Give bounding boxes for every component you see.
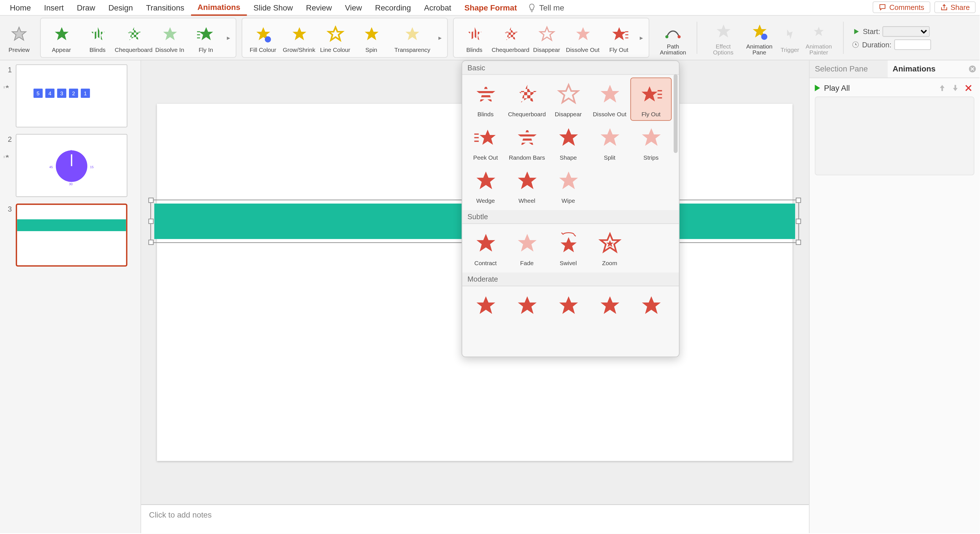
animation-pane-button[interactable]: Animation Pane [741,19,777,57]
entrance-appear[interactable]: Appear [43,21,80,54]
gallery-item-disappear[interactable]: Disappear [547,78,589,121]
star-icon [554,168,582,195]
ribbon: Preview Appear Blinds Chequerboard Disso… [0,16,980,60]
trigger-button[interactable]: Trigger [777,21,802,54]
share-label: Share [950,3,970,11]
tab-recording[interactable]: Recording [368,0,417,15]
exit-dissolve[interactable]: Dissolve Out [565,21,601,54]
notes-placeholder[interactable]: Click to add notes [141,504,809,533]
gallery-section-moderate: Moderate [462,273,679,286]
gallery-item-sink-down[interactable]: Sink Down [630,289,672,323]
gallery-item-random-bars[interactable]: Random Bars [506,121,547,164]
gallery-item-zoom[interactable]: Zoom [589,227,630,270]
tab-home[interactable]: Home [3,0,37,15]
gallery-item-fade[interactable]: Fade [506,227,547,270]
gallery-item-blinds[interactable]: Blinds [465,78,506,121]
entrance-flyin[interactable]: Fly In [188,21,224,54]
tab-view[interactable]: View [338,0,368,15]
star-icon [513,293,541,321]
gallery-item-shape[interactable]: Shape [547,121,589,164]
share-icon [940,3,948,11]
star-icon [554,125,582,152]
gallery-item-strips[interactable]: Strips [630,121,672,164]
thumb-slide-2[interactable]: 0 15 30 45 [16,134,127,197]
tab-design[interactable]: Design [102,0,140,15]
star-icon [472,293,500,321]
duration-input[interactable] [894,39,931,49]
thumb-num-2: 2 [3,134,12,143]
start-select[interactable] [883,26,930,36]
emphasis-linecolour[interactable]: Line Colour [317,21,353,54]
gallery-item-peek-out[interactable]: Peek Out [465,121,506,164]
share-button[interactable]: Share [934,2,976,13]
gallery-item-split[interactable]: Split [589,121,630,164]
thumb-slide-3[interactable] [16,203,127,267]
tab-insert[interactable]: Insert [37,0,70,15]
gallery-item-wheel[interactable]: Wheel [506,164,547,208]
preview-label: Preview [8,46,30,53]
emphasis-fillcolour[interactable]: Fill Colour [245,21,281,54]
exit-more[interactable]: ▸ [637,34,646,41]
gallery-item-fly-out[interactable]: Fly Out [630,78,672,121]
gallery-item-contract[interactable]: Contract [465,227,506,270]
effect-options-button[interactable]: Effect Options [705,19,741,57]
emphasis-transparency[interactable]: Transparency [389,21,435,54]
exit-blinds[interactable]: Blinds [456,21,492,54]
gallery-item-chequerboard[interactable]: Chequerboard [506,78,547,121]
animation-painter-button[interactable]: Animation Painter [802,19,835,57]
gallery-item-swivel[interactable]: Swivel [547,227,589,270]
gallery-scrollbar[interactable] [674,74,678,153]
tab-animations[interactable]: Animations [191,0,247,15]
path-animation-button[interactable]: Path Animation [657,19,689,57]
star-icon [596,81,623,109]
lightbulb-icon [527,3,536,12]
star-icon [472,81,500,109]
tab-transitions[interactable]: Transitions [140,0,191,15]
comments-button[interactable]: Comments [873,2,930,13]
tab-review[interactable]: Review [299,0,338,15]
tab-acrobat[interactable]: Acrobat [417,0,458,15]
tab-draw[interactable]: Draw [70,0,102,15]
gallery-item-centre-revol-[interactable]: Centre Revol... [465,289,506,323]
entrance-chequer[interactable]: Chequerboard [116,21,152,54]
move-up-icon[interactable] [937,83,947,92]
exit-flyout[interactable]: Fly Out [601,21,637,54]
selection-pane-tab[interactable]: Selection Pane [810,60,887,78]
entrance-more[interactable]: ▸ [224,34,233,41]
clock-icon [851,40,859,48]
emphasis-growshrink[interactable]: Grow/Shrink [281,21,317,54]
path-label: Path Animation [657,44,689,56]
gallery-item-wipe[interactable]: Wipe [547,164,589,208]
star-icon [513,230,541,258]
star-icon [472,168,500,195]
emphasis-spin[interactable]: Spin [353,21,389,54]
comments-label: Comments [889,3,924,11]
star-icon [554,293,582,321]
move-down-icon[interactable] [951,83,960,92]
delete-icon[interactable] [964,83,973,92]
animation-list[interactable] [815,97,974,175]
emphasis-more[interactable]: ▸ [435,34,444,41]
slide-canvas-area: Basic BlindsChequerboardDisappearDissolv… [141,60,809,533]
gallery-item-dissolve-out[interactable]: Dissolve Out [589,78,630,121]
entrance-dissolve[interactable]: Dissolve In [152,21,188,54]
tab-shape-format[interactable]: Shape Format [458,0,523,15]
entrance-blinds[interactable]: Blinds [80,21,115,54]
gallery-item-collapse[interactable]: Collapse [506,289,547,323]
animations-pane-tab[interactable]: Animations [887,60,965,78]
close-pane-button[interactable] [965,60,980,78]
gallery-item-float-out[interactable]: Float Out [547,289,589,323]
tab-slideshow[interactable]: Slide Show [247,0,299,15]
entrance-gallery: Appear Blinds Chequerboard Dissolve In F… [40,18,236,58]
gallery-item-shrink-turn[interactable]: Shrink Turn [589,289,630,323]
exit-disappear[interactable]: Disappear [528,21,565,54]
thumb-slide-1[interactable]: 5 4 3 2 1 [16,64,127,127]
close-icon [968,64,977,73]
tell-me-search[interactable]: Tell me [527,3,564,12]
preview-button[interactable]: Preview [6,21,32,54]
path-icon [664,23,682,41]
exit-chequer[interactable]: Chequerboard [493,21,528,54]
gallery-section-basic: Basic [462,61,679,75]
star-icon [513,125,541,152]
gallery-item-wedge[interactable]: Wedge [465,164,506,208]
